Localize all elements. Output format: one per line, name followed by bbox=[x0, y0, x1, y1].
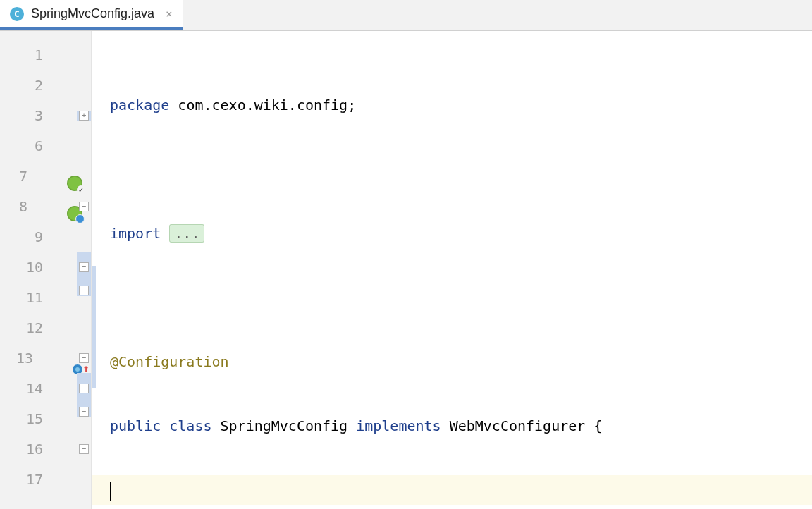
editor: 1 2 3 + 6 7 8 − 9 10 − 11 − 12 13 − 14 − bbox=[0, 31, 812, 509]
fold-expand-icon[interactable]: + bbox=[79, 111, 89, 121]
line-number[interactable]: 13 − bbox=[0, 343, 91, 373]
line-number[interactable]: 6 bbox=[0, 130, 91, 161]
fold-collapse-icon[interactable]: − bbox=[79, 262, 89, 272]
close-icon[interactable]: × bbox=[166, 7, 173, 20]
fold-end-icon[interactable]: − bbox=[79, 444, 89, 454]
code-line[interactable]: import ... bbox=[92, 219, 812, 249]
line-number[interactable]: 3 + bbox=[0, 100, 91, 130]
code-line-current[interactable] bbox=[92, 475, 812, 505]
fold-collapse-icon[interactable]: − bbox=[79, 202, 89, 211]
line-number[interactable]: 2 bbox=[0, 70, 91, 100]
line-number[interactable]: 1 bbox=[0, 39, 91, 70]
spring-bean-gutter-icon[interactable] bbox=[67, 176, 82, 191]
line-number[interactable]: 14 − bbox=[0, 373, 91, 403]
code-line[interactable] bbox=[92, 154, 812, 185]
fold-collapse-icon[interactable]: − bbox=[79, 353, 89, 363]
line-number[interactable]: 9 bbox=[0, 221, 91, 252]
code-line[interactable]: package com.cexo.wiki.config; bbox=[92, 90, 812, 121]
tab-label: SpringMvcConfig.java bbox=[31, 6, 154, 21]
line-number[interactable]: 12 bbox=[0, 312, 91, 343]
code-line[interactable]: @Configuration bbox=[92, 347, 812, 377]
code-area[interactable]: package com.cexo.wiki.config; import ...… bbox=[92, 31, 812, 509]
fold-collapse-icon[interactable]: − bbox=[79, 384, 89, 393]
tab-bar: C SpringMvcConfig.java × bbox=[0, 0, 812, 31]
fold-end-icon[interactable]: − bbox=[79, 407, 89, 417]
java-class-icon: C bbox=[10, 7, 24, 21]
line-number[interactable]: 15 − bbox=[0, 403, 91, 434]
text-caret bbox=[110, 482, 111, 501]
fold-end-icon[interactable]: − bbox=[79, 286, 89, 295]
line-number[interactable]: 8 − bbox=[0, 191, 91, 221]
code-line[interactable]: public class SpringMvcConfig implements … bbox=[92, 411, 812, 441]
line-number[interactable]: 11 − bbox=[0, 282, 91, 312]
folded-region[interactable]: ... bbox=[169, 224, 204, 243]
gutter: 1 2 3 + 6 7 8 − 9 10 − 11 − 12 13 − 14 − bbox=[0, 31, 92, 509]
tab-springmvcconfig[interactable]: C SpringMvcConfig.java × bbox=[0, 0, 183, 30]
line-number[interactable]: 10 − bbox=[0, 252, 91, 282]
code-line[interactable] bbox=[92, 283, 812, 313]
line-number[interactable]: 7 bbox=[0, 161, 91, 191]
line-number[interactable]: 16 − bbox=[0, 434, 91, 464]
line-number[interactable]: 17 bbox=[0, 464, 91, 494]
